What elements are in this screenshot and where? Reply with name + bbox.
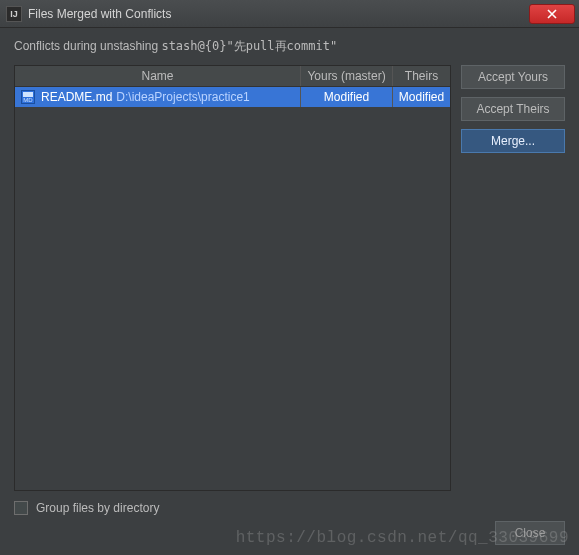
header-yours[interactable]: Yours (master) xyxy=(300,66,392,86)
close-button[interactable]: Close xyxy=(495,521,565,545)
file-path: D:\ideaProjects\practice1 xyxy=(116,90,249,104)
table-header: Name Yours (master) Theirs xyxy=(15,66,450,87)
cell-yours: Modified xyxy=(300,87,392,107)
subtitle-prefix: Conflicts during unstashing xyxy=(14,39,161,53)
file-icon: MD xyxy=(21,90,35,104)
title-bar: IJ Files Merged with Conflicts xyxy=(0,0,579,28)
conflict-table: Name Yours (master) Theirs MD README.md … xyxy=(14,65,451,491)
subtitle-mono: stash@{0}"先pull再commit" xyxy=(161,39,337,53)
main-row: Name Yours (master) Theirs MD README.md … xyxy=(14,65,565,491)
app-icon: IJ xyxy=(6,6,22,22)
group-by-directory-label: Group files by directory xyxy=(36,501,159,515)
footer-row: Group files by directory xyxy=(14,491,565,521)
file-name: README.md xyxy=(41,90,112,104)
merge-button[interactable]: Merge... xyxy=(461,129,565,153)
window-close-button[interactable] xyxy=(529,4,575,24)
header-theirs[interactable]: Theirs xyxy=(392,66,450,86)
cell-theirs: Modified xyxy=(392,87,450,107)
subtitle: Conflicts during unstashing stash@{0}"先p… xyxy=(14,38,565,55)
side-buttons: Accept Yours Accept Theirs Merge... xyxy=(461,65,565,491)
cell-name: MD README.md D:\ideaProjects\practice1 xyxy=(15,87,300,107)
group-by-directory-checkbox[interactable] xyxy=(14,501,28,515)
header-name[interactable]: Name xyxy=(15,66,300,86)
accept-theirs-button[interactable]: Accept Theirs xyxy=(461,97,565,121)
dialog-content: Conflicts during unstashing stash@{0}"先p… xyxy=(0,28,579,555)
bottom-row: Close xyxy=(14,521,565,555)
accept-yours-button[interactable]: Accept Yours xyxy=(461,65,565,89)
window-title: Files Merged with Conflicts xyxy=(28,7,171,21)
close-icon xyxy=(547,9,557,19)
table-body: MD README.md D:\ideaProjects\practice1 M… xyxy=(15,87,450,490)
table-row[interactable]: MD README.md D:\ideaProjects\practice1 M… xyxy=(15,87,450,107)
